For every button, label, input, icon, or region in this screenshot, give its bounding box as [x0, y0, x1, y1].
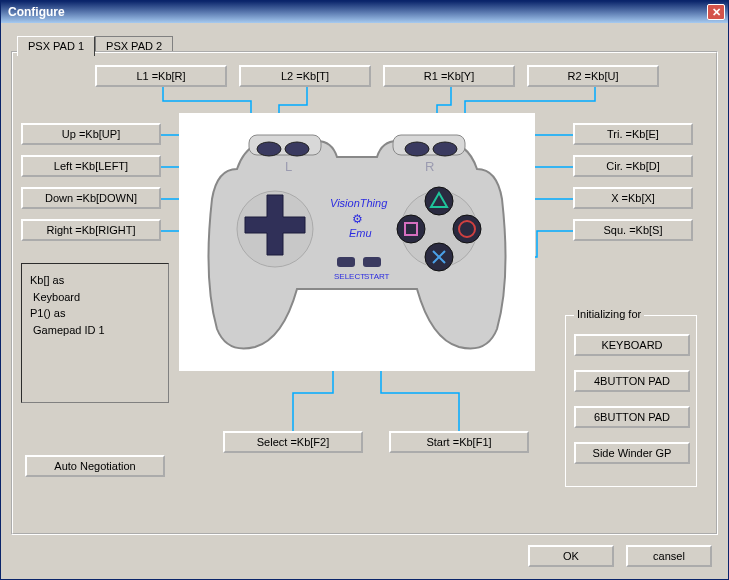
select-label: SELECT: [334, 272, 365, 281]
init-group-title: Initializing for: [574, 308, 644, 320]
tab-psx-pad-1[interactable]: PSX PAD 1: [17, 36, 95, 56]
legend-line: P1() as: [30, 305, 160, 322]
init-6button-button[interactable]: 6BUTTON PAD: [574, 406, 690, 428]
l1-button[interactable]: L1 =Kb[R]: [95, 65, 227, 87]
close-button[interactable]: ✕: [707, 4, 725, 20]
svg-point-5: [433, 142, 457, 156]
brand-line-1: VisionThing: [330, 197, 388, 209]
x-button[interactable]: X =Kb[X]: [573, 187, 693, 209]
svg-point-11: [397, 215, 425, 243]
client-area: PSX PAD 1 PSX PAD 2 L1 =Kb[R] L2 =Kb[T] …: [7, 29, 722, 573]
window: Configure ✕ PSX PAD 1 PSX PAD 2 L1 =Kb[R…: [0, 0, 729, 580]
init-group: Initializing for KEYBOARD 4BUTTON PAD 6B…: [565, 315, 697, 487]
legend-line: Keyboard: [30, 289, 160, 306]
legend-line: Kb[] as: [30, 272, 160, 289]
controller-image: L R: [179, 113, 535, 371]
svg-rect-15: [363, 257, 381, 267]
init-4button-button[interactable]: 4BUTTON PAD: [574, 370, 690, 392]
r1-button[interactable]: R1 =Kb[Y]: [383, 65, 515, 87]
svg-point-9: [453, 215, 481, 243]
square-button[interactable]: Squ. =Kb[S]: [573, 219, 693, 241]
tab-panel: L1 =Kb[R] L2 =Kb[T] R1 =Kb[Y] R2 =Kb[U] …: [11, 51, 718, 535]
up-button[interactable]: Up =Kb[UP]: [21, 123, 161, 145]
start-button[interactable]: Start =Kb[F1]: [389, 431, 529, 453]
brand-line-2: Emu: [349, 227, 372, 239]
cancel-button[interactable]: cansel: [626, 545, 712, 567]
auto-negotiation-button[interactable]: Auto Negotiation: [25, 455, 165, 477]
ps-icon: ⚙: [352, 212, 363, 226]
start-label: START: [364, 272, 390, 281]
svg-point-3: [285, 142, 309, 156]
r2-button[interactable]: R2 =Kb[U]: [527, 65, 659, 87]
svg-point-4: [405, 142, 429, 156]
dialog-buttons: OK cansel: [528, 545, 712, 567]
l2-button[interactable]: L2 =Kb[T]: [239, 65, 371, 87]
circle-button[interactable]: Cir. =Kb[D]: [573, 155, 693, 177]
svg-rect-14: [337, 257, 355, 267]
init-keyboard-button[interactable]: KEYBOARD: [574, 334, 690, 356]
svg-point-2: [257, 142, 281, 156]
shoulder-l-label: L: [285, 159, 292, 174]
select-button[interactable]: Select =Kb[F2]: [223, 431, 363, 453]
triangle-button[interactable]: Tri. =Kb[E]: [573, 123, 693, 145]
window-title: Configure: [4, 5, 707, 19]
legend-line: Gamepad ID 1: [30, 322, 160, 339]
down-button[interactable]: Down =Kb[DOWN]: [21, 187, 161, 209]
left-button[interactable]: Left =Kb[LEFT]: [21, 155, 161, 177]
shoulder-r-label: R: [425, 159, 434, 174]
right-button[interactable]: Right =Kb[RIGHT]: [21, 219, 161, 241]
titlebar: Configure ✕: [1, 1, 728, 23]
legend-box: Kb[] as Keyboard P1() as Gamepad ID 1: [21, 263, 169, 403]
init-sidewinder-button[interactable]: Side Winder GP: [574, 442, 690, 464]
close-icon: ✕: [712, 6, 721, 19]
ok-button[interactable]: OK: [528, 545, 614, 567]
